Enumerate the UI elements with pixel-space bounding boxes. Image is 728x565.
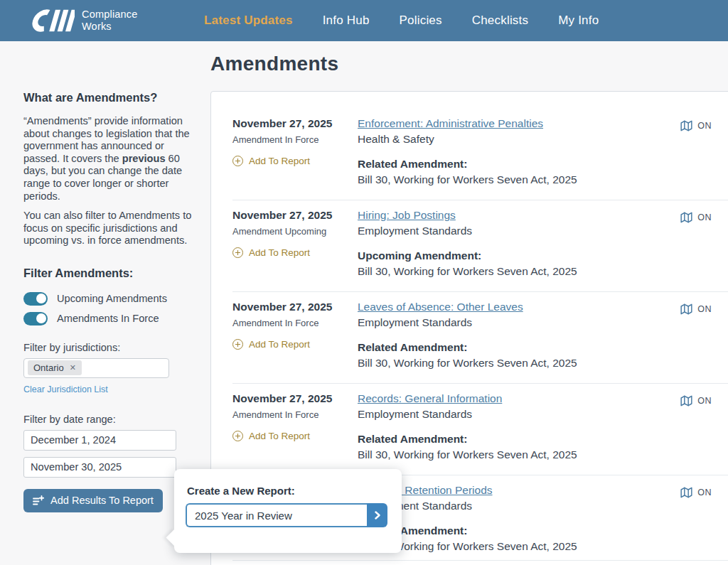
jurisdiction-badge-label: ON <box>697 121 712 131</box>
toggle-knob <box>36 294 46 303</box>
add-to-report-label: Add To Report <box>249 156 310 166</box>
date-from-input[interactable] <box>23 430 176 451</box>
add-to-report-link[interactable]: Add To Report <box>232 339 310 350</box>
sidebar: What are Amendments? “Amendments” provid… <box>23 91 201 512</box>
jurisdiction-badge-label: ON <box>697 396 712 406</box>
brand-name-line2: Works <box>82 21 138 33</box>
amendment-date: November 27, 2025 <box>232 301 358 313</box>
nav-checklists[interactable]: Checklists <box>472 14 528 28</box>
related-amendment-value: Bill 30, Working for Workers Seven Act, … <box>358 173 680 186</box>
jurisdiction-input[interactable]: Ontario ✕ <box>23 358 169 378</box>
brand-name-line1: Compliance <box>82 9 138 21</box>
map-icon <box>680 303 693 315</box>
jurisdiction-filter-label: Filter by jurisdictions: <box>23 342 201 353</box>
clear-jurisdiction-link[interactable]: Clear Jurisdiction List <box>23 384 108 394</box>
add-results-to-report-button[interactable]: Add Results To Report <box>23 489 163 512</box>
circle-plus-icon <box>232 156 243 166</box>
related-amendment-value: Bill 30, Working for Workers Seven Act, … <box>358 357 680 370</box>
brand-logo-link[interactable]: Compliance Works <box>23 7 138 34</box>
add-to-report-label: Add To Report <box>249 339 310 350</box>
jurisdiction-chip-ontario[interactable]: Ontario ✕ <box>28 360 82 375</box>
report-name-input[interactable] <box>186 503 367 527</box>
amendment-status: Amendment In Force <box>232 318 358 328</box>
amendment-date: November 27, 2025 <box>232 117 358 130</box>
add-to-list-icon <box>33 495 44 506</box>
amendment-title-link[interactable]: Enforcement: Administrative Penalties <box>358 117 543 130</box>
nav-info-hub[interactable]: Info Hub <box>323 14 370 28</box>
amendment-row-body: Hiring: Job Postings Employment Standard… <box>358 209 680 292</box>
nav-latest-updates[interactable]: Latest Updates <box>204 14 293 28</box>
amendment-status: Amendment In Force <box>232 134 358 145</box>
jurisdiction-badge-label: ON <box>697 304 712 314</box>
in-force-amendments-toggle[interactable] <box>23 312 48 325</box>
about-amendments-heading: What are Amendments? <box>23 91 201 104</box>
amendment-date: November 27, 2025 <box>232 392 358 405</box>
jurisdiction-badge-label: ON <box>697 488 712 497</box>
amendment-row: November 27, 2025 Amendment Upcoming Add… <box>211 200 728 292</box>
jurisdiction-badge: ON <box>680 211 712 224</box>
nav-my-info[interactable]: My Info <box>558 14 599 28</box>
amendment-title-link[interactable]: Hiring: Job Postings <box>358 209 456 222</box>
jurisdiction-badge: ON <box>680 394 712 407</box>
amendment-row: November 27, 2025 Amendment In Force Add… <box>211 109 728 200</box>
related-amendment-value: Bill 30, Working for Workers Seven Act, … <box>358 265 680 278</box>
cw-slashes-logo-icon <box>23 7 75 34</box>
amendment-row-body: Records: Retention Periods Employment St… <box>358 484 680 561</box>
upcoming-amendments-toggle[interactable] <box>23 292 48 306</box>
amendment-row-body: Records: General Information Employment … <box>358 392 680 475</box>
map-icon <box>680 487 693 498</box>
amendment-status: Amendment Upcoming <box>232 226 358 237</box>
related-amendment-label: Related Amendment: <box>358 433 680 446</box>
amendment-row-body: Enforcement: Administrative Penalties He… <box>358 117 680 200</box>
jurisdiction-badge: ON <box>680 119 712 132</box>
nav-policies[interactable]: Policies <box>400 14 442 28</box>
main-nav: Latest Updates Info Hub Policies Checkli… <box>204 0 599 41</box>
add-to-report-label: Add To Report <box>249 431 310 441</box>
amendment-category: Employment Standards <box>358 408 680 421</box>
in-force-amendments-toggle-row[interactable]: Amendments In Force <box>23 312 201 325</box>
amendment-row-meta: November 27, 2025 Amendment Upcoming Add… <box>232 209 358 292</box>
amendment-category: Employment Standards <box>358 500 680 512</box>
about-paragraph-2: You can also filter to Amendments to foc… <box>23 210 201 247</box>
amendment-row-meta: November 27, 2025 Amendment In Force Add… <box>232 392 358 475</box>
create-report-submit-button[interactable] <box>367 503 387 527</box>
amendment-row: November 27, 2025 Amendment In Force Add… <box>211 384 728 475</box>
chip-remove-icon[interactable]: ✕ <box>70 363 76 372</box>
toggle-knob <box>36 313 46 323</box>
add-to-report-link[interactable]: Add To Report <box>232 431 310 441</box>
related-amendment-label: Related Amendment: <box>358 341 680 354</box>
amendment-row-body: Leaves of Absence: Other Leaves Employme… <box>358 301 680 384</box>
map-icon <box>680 120 693 131</box>
amendment-row-meta: November 27, 2025 Amendment In Force Add… <box>232 117 358 200</box>
date-to-input[interactable] <box>23 457 176 478</box>
related-amendment-value: Bill 30, Working for Workers Seven Act, … <box>358 448 680 461</box>
circle-plus-icon <box>232 431 243 441</box>
upcoming-amendments-toggle-row[interactable]: Upcoming Amendments <box>23 292 201 306</box>
filter-amendments-heading: Filter Amendments: <box>23 267 201 280</box>
map-icon <box>680 395 693 407</box>
amendment-row-meta: November 27, 2025 Amendment In Force Add… <box>232 301 358 384</box>
amendment-date: November 27, 2025 <box>232 209 358 222</box>
add-to-report-link[interactable]: Add To Report <box>232 156 310 166</box>
amendment-title-link[interactable]: Leaves of Absence: Other Leaves <box>358 301 523 313</box>
jurisdiction-badge-label: ON <box>697 212 712 222</box>
jurisdiction-badge: ON <box>680 303 712 316</box>
jurisdiction-chip-label: Ontario <box>33 362 64 373</box>
about-p1-bold: previous <box>122 153 166 164</box>
map-icon <box>680 212 693 223</box>
add-to-report-link[interactable]: Add To Report <box>232 247 310 258</box>
add-results-to-report-label: Add Results To Report <box>50 495 154 506</box>
create-report-form <box>186 503 402 527</box>
in-force-amendments-toggle-label: Amendments In Force <box>57 313 159 324</box>
amendment-status: Amendment In Force <box>232 409 358 420</box>
page-title: Amendments <box>210 53 338 75</box>
jurisdiction-badge: ON <box>680 486 712 499</box>
amendment-title-link[interactable]: Records: General Information <box>358 392 502 405</box>
about-paragraph-1: “Amendments” provide information about c… <box>23 115 201 203</box>
related-amendment-value: Bill 30, Working for Workers Seven Act, … <box>358 540 680 553</box>
related-amendment-label: Upcoming Amendment: <box>358 249 680 262</box>
create-report-popover: Create a New Report: <box>174 469 402 553</box>
create-report-title: Create a New Report: <box>187 485 402 497</box>
amendment-category: Health & Safety <box>358 133 680 146</box>
circle-plus-icon <box>232 339 243 350</box>
